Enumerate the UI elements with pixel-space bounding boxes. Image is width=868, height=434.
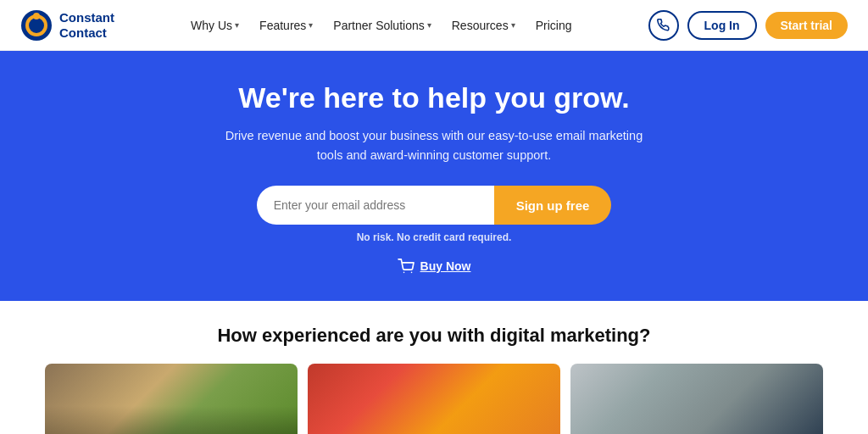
chevron-down-icon: ▾ [235, 20, 239, 30]
logo-icon [20, 9, 53, 42]
nav-item-features[interactable]: Features ▾ [251, 14, 321, 37]
hero-heading: We're here to help you grow. [17, 81, 851, 114]
signup-button[interactable]: Sign up free [494, 186, 612, 225]
nav-links: Why Us ▾ Features ▾ Partner Solutions ▾ … [182, 14, 580, 37]
hero-subtext: Drive revenue and boost your business wi… [214, 126, 654, 165]
logo-text: Constant Contact [59, 10, 114, 41]
card-office[interactable] [570, 364, 823, 434]
buy-now-label: Buy Now [420, 259, 471, 273]
chevron-down-icon: ▾ [427, 20, 431, 30]
navbar: Constant Contact Why Us ▾ Features ▾ Par… [0, 0, 868, 51]
hero-section: We're here to help you grow. Drive reven… [0, 51, 868, 301]
card-outdoor[interactable] [45, 364, 298, 434]
phone-button[interactable] [648, 10, 679, 41]
chevron-down-icon: ▾ [511, 20, 515, 30]
chevron-down-icon: ▾ [309, 20, 313, 30]
lower-heading: How experienced are you with digital mar… [17, 325, 851, 347]
svg-point-4 [410, 272, 412, 274]
nav-item-why-us[interactable]: Why Us ▾ [182, 14, 248, 37]
card-group[interactable] [308, 364, 560, 434]
logo[interactable]: Constant Contact [20, 9, 114, 42]
no-risk-text: No risk. No credit card required. [17, 231, 851, 243]
cart-icon [398, 259, 415, 274]
hero-form: Sign up free [17, 186, 851, 225]
svg-point-3 [403, 272, 404, 274]
phone-icon [657, 19, 670, 31]
nav-item-pricing[interactable]: Pricing [527, 14, 581, 37]
nav-item-partner-solutions[interactable]: Partner Solutions ▾ [325, 14, 439, 37]
experience-cards [17, 364, 851, 434]
login-button[interactable]: Log In [687, 11, 757, 40]
buy-now-link[interactable]: Buy Now [398, 259, 471, 274]
nav-item-resources[interactable]: Resources ▾ [443, 14, 524, 37]
email-input[interactable] [257, 186, 494, 225]
nav-actions: Log In Start trial [648, 10, 848, 41]
svg-point-2 [33, 13, 40, 19]
start-trial-button[interactable]: Start trial [765, 12, 848, 39]
lower-section: How experienced are you with digital mar… [0, 301, 868, 434]
